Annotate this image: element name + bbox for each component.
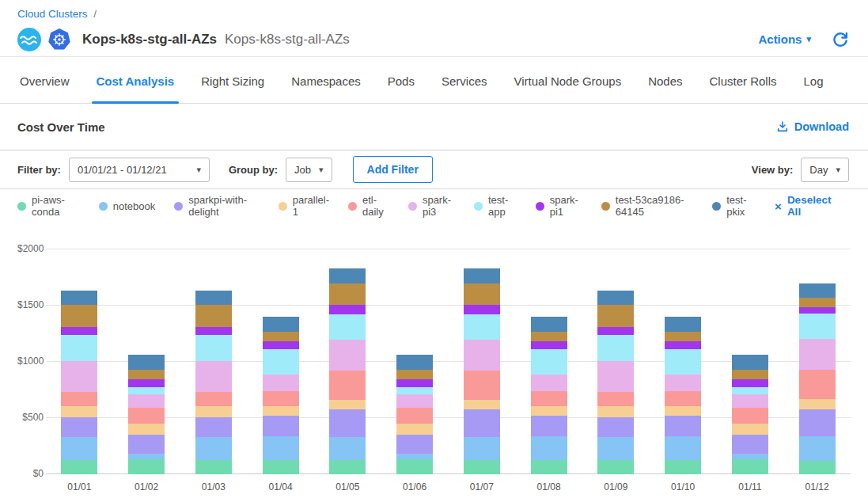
bar-segment-etl-daily [665,391,701,406]
bar-segment-parallel-1 [531,406,567,416]
bar-segment-test-pkix [128,355,165,370]
bar-segment-etl-daily [732,408,768,424]
date-range-select[interactable]: 01/01/21 - 01/12/21 ▾ [69,158,210,182]
download-button[interactable]: Download [776,120,849,133]
bar-segment-notebook [195,437,232,459]
bar-segment-pi-aws-conda [396,459,433,474]
bar-segment-sparkpi-with-delight [597,417,634,438]
tab-cost-analysis[interactable]: Cost Analysis [97,74,175,103]
bar-segment-spark-pi1 [396,379,433,387]
stacked-bar-01-08 [531,317,567,474]
deselect-all-button[interactable]: × Deselect All [775,194,835,218]
tab-cluster-rolls[interactable]: Cluster Rolls [710,74,777,103]
bar-segment-test-pkix [263,317,299,332]
bar-segment-pi-aws-conda [263,460,299,474]
add-filter-button[interactable]: Add Filter [353,156,433,183]
bar-segment-spark-pi1 [195,327,232,335]
tab-namespaces[interactable]: Namespaces [291,74,361,103]
filter-bar: Filter by: 01/01/21 - 01/12/21 ▾ Group b… [0,150,868,189]
legend-item-test-app[interactable]: test-app [474,194,517,218]
bar-segment-notebook [597,437,634,459]
download-icon [776,120,789,133]
x-axis-label: 01/12 [783,481,851,492]
tab-services[interactable]: Services [442,74,487,103]
view-by-value: Day [809,164,828,176]
legend-item-notebook[interactable]: notebook [99,200,156,212]
bar-segment-parallel-1 [61,406,97,416]
x-axis-label: 01/07 [449,481,516,492]
bar-segment-test-app [799,314,836,339]
stacked-bar-01-11 [732,355,768,474]
actions-button[interactable]: Actions ▾ [758,32,811,46]
bar-slot-01-09 [582,249,650,474]
bar-segment-test-pkix [396,355,433,370]
bar-slot-01-05 [314,249,381,474]
bar-segment-spark-pi1 [597,327,634,335]
bar-segment-spark-pi3 [329,340,366,371]
legend-item-etl-daily[interactable]: etl-daily [348,194,389,218]
bar-segment-spark-pi3 [665,375,701,391]
bar-segment-sparkpi-with-delight [263,416,299,436]
x-axis-label: 01/11 [717,481,784,492]
bar-segment-parallel-1 [128,424,165,435]
tab-nodes[interactable]: Nodes [648,74,682,103]
tab-log[interactable]: Log [804,74,824,103]
refresh-icon[interactable] [832,31,849,48]
bar-segment-spark-pi3 [263,375,299,391]
bar-segment-test-pkix [195,291,232,305]
legend-item-sparkpi-with-delight[interactable]: sparkpi-with-delight [174,194,259,218]
bar-segment-test-app [128,387,165,394]
page-header: Kops-k8s-stg-all-AZs Kops-k8s-stg-all-AZ… [0,22,868,57]
bar-slot-01-11 [717,249,784,474]
legend-item-parallel-1[interactable]: parallel-1 [279,194,329,218]
bar-segment-test-pkix [732,355,768,370]
bar-segment-test-53ca9186-64145 [597,305,634,327]
legend-dot-icon [99,202,108,211]
legend-item-spark-pi3[interactable]: spark-pi3 [408,194,455,218]
legend-item-spark-pi1[interactable]: spark-pi1 [536,194,582,218]
breadcrumb-link-cloud-clusters[interactable]: Cloud Clusters [17,8,88,20]
bar-segment-pi-aws-conda [531,460,567,474]
bar-slot-01-07 [449,249,516,474]
tab-right-sizing[interactable]: Right Sizing [201,74,264,103]
y-axis-label: $2000 [17,243,44,254]
section-title: Cost Over Time [17,120,105,134]
breadcrumb-separator: / [93,8,97,20]
legend-label: notebook [113,200,156,212]
legend-item-test-pkix[interactable]: test-pkix [712,194,756,218]
bar-segment-etl-daily [396,408,433,424]
group-by-select[interactable]: Job ▾ [286,158,332,182]
bar-segment-etl-daily [128,408,165,424]
legend-dot-icon [474,202,483,211]
bar-segment-test-pkix [597,291,634,305]
bar-segment-spark-pi3 [732,394,768,408]
bar-segment-etl-daily [464,371,500,400]
bar-segment-pi-aws-conda [61,460,97,474]
bar-segment-pi-aws-conda [329,460,366,474]
bar-segment-test-app [732,387,768,394]
bar-segment-test-pkix [464,268,500,283]
bar-segment-spark-pi3 [396,394,433,408]
tab-virtual-node-groups[interactable]: Virtual Node Groups [514,74,622,103]
bar-segment-test-pkix [665,317,701,332]
x-axis-label: 01/08 [515,481,582,492]
tab-pods[interactable]: Pods [388,74,415,103]
stacked-bar-01-05 [329,268,366,474]
legend-item-pi-aws-conda[interactable]: pi-aws-conda [17,194,80,218]
chevron-down-icon: ▾ [836,165,840,174]
view-by-select[interactable]: Day ▾ [801,158,849,182]
filter-by-label: Filter by: [17,164,61,176]
bar-segment-parallel-1 [597,406,634,416]
legend-label: parallel-1 [293,194,329,218]
stacked-bar-01-07 [464,268,500,474]
legend-item-test-53ca9186-64145[interactable]: test-53ca9186-64145 [601,194,693,218]
kubernetes-icon [47,28,71,51]
bar-segment-sparkpi-with-delight [732,435,768,454]
bar-segment-test-53ca9186-64145 [396,370,433,379]
bar-segment-spark-pi1 [799,307,836,314]
bar-segment-sparkpi-with-delight [799,409,836,437]
tab-overview[interactable]: Overview [20,74,70,103]
legend-dot-icon [408,202,417,211]
bar-segment-spark-pi1 [263,341,299,349]
stacked-bar-01-09 [597,291,634,474]
